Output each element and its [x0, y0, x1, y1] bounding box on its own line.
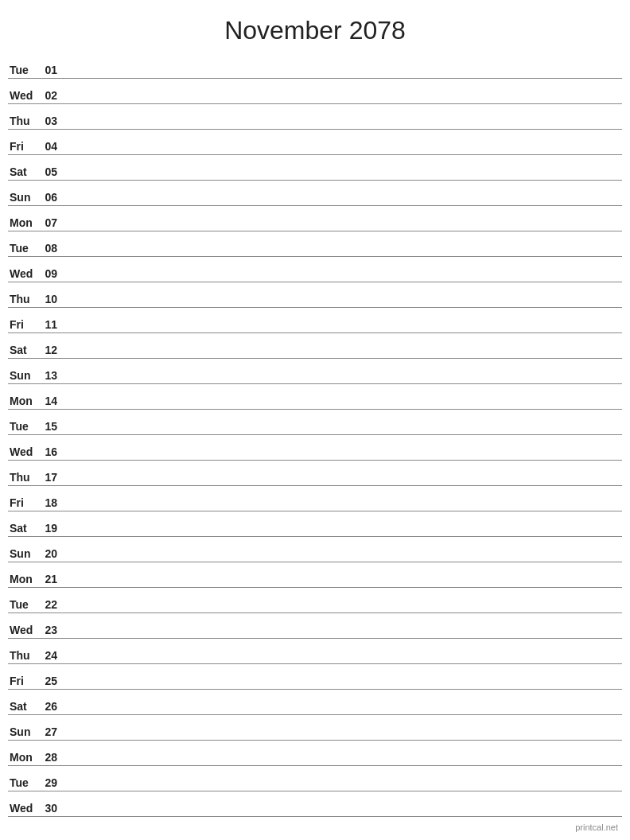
day-name: Tue [8, 242, 40, 255]
day-name: Thu [8, 471, 40, 484]
day-number: 03 [40, 115, 64, 127]
day-name: Tue [8, 776, 40, 789]
calendar-row: Sat19 [8, 511, 622, 537]
footer-text: printcal.net [575, 822, 618, 832]
day-name: Fri [8, 496, 40, 509]
day-name: Thu [8, 293, 40, 305]
day-number: 01 [40, 64, 64, 76]
calendar-row: Wed09 [8, 257, 622, 282]
calendar-row: Wed23 [8, 613, 622, 639]
calendar-row: Sat26 [8, 690, 622, 715]
calendar-row: Sun27 [8, 715, 622, 741]
day-number: 08 [40, 242, 64, 255]
day-number: 20 [40, 547, 64, 560]
day-name: Sun [8, 725, 40, 738]
calendar-row: Tue01 [8, 53, 622, 79]
day-number: 25 [40, 675, 64, 687]
day-number: 30 [40, 802, 64, 815]
day-number: 27 [40, 725, 64, 738]
calendar-row: Thu03 [8, 104, 622, 130]
calendar-row: Tue22 [8, 588, 622, 613]
calendar-row: Sun06 [8, 181, 622, 206]
day-name: Fri [8, 318, 40, 331]
calendar-row: Thu10 [8, 282, 622, 308]
calendar-container: Tue01Wed02Thu03Fri04Sat05Sun06Mon07Tue08… [0, 53, 630, 817]
calendar-row: Thu24 [8, 639, 622, 664]
calendar-row: Mon14 [8, 384, 622, 410]
day-number: 29 [40, 776, 64, 789]
calendar-row: Mon07 [8, 206, 622, 231]
calendar-row: Fri18 [8, 486, 622, 511]
calendar-row: Sun13 [8, 359, 622, 384]
day-name: Sat [8, 344, 40, 356]
calendar-row: Wed02 [8, 79, 622, 104]
calendar-row: Fri11 [8, 308, 622, 333]
day-number: 17 [40, 471, 64, 484]
day-number: 07 [40, 216, 64, 229]
page-title: November 2078 [0, 0, 630, 53]
day-number: 13 [40, 369, 64, 382]
day-number: 15 [40, 420, 64, 433]
day-name: Sat [8, 522, 40, 535]
calendar-row: Fri25 [8, 664, 622, 690]
day-name: Fri [8, 675, 40, 687]
day-number: 28 [40, 751, 64, 764]
day-name: Wed [8, 802, 40, 815]
day-number: 09 [40, 267, 64, 280]
day-name: Mon [8, 395, 40, 407]
day-name: Sat [8, 165, 40, 178]
day-name: Wed [8, 267, 40, 280]
day-name: Wed [8, 89, 40, 102]
day-name: Sat [8, 700, 40, 713]
day-number: 11 [40, 318, 64, 331]
calendar-row: Wed16 [8, 435, 622, 461]
day-name: Wed [8, 624, 40, 636]
day-name: Sun [8, 191, 40, 204]
calendar-row: Sun20 [8, 537, 622, 562]
day-name: Tue [8, 420, 40, 433]
day-name: Thu [8, 649, 40, 662]
day-number: 12 [40, 344, 64, 356]
day-number: 16 [40, 445, 64, 458]
day-number: 22 [40, 598, 64, 611]
day-name: Thu [8, 115, 40, 127]
day-number: 18 [40, 496, 64, 509]
day-number: 24 [40, 649, 64, 662]
calendar-row: Tue29 [8, 766, 622, 791]
calendar-row: Sat05 [8, 155, 622, 181]
day-name: Sun [8, 547, 40, 560]
day-name: Mon [8, 573, 40, 585]
calendar-row: Fri04 [8, 130, 622, 155]
day-number: 10 [40, 293, 64, 305]
day-number: 06 [40, 191, 64, 204]
day-number: 05 [40, 165, 64, 178]
day-name: Fri [8, 140, 40, 153]
calendar-row: Mon28 [8, 741, 622, 766]
calendar-row: Tue15 [8, 410, 622, 435]
day-number: 14 [40, 395, 64, 407]
day-name: Tue [8, 64, 40, 76]
day-name: Mon [8, 216, 40, 229]
calendar-row: Mon21 [8, 562, 622, 588]
calendar-row: Thu17 [8, 461, 622, 486]
day-number: 21 [40, 573, 64, 585]
day-name: Mon [8, 751, 40, 764]
calendar-row: Tue08 [8, 231, 622, 257]
calendar-row: Sat12 [8, 333, 622, 359]
day-name: Wed [8, 445, 40, 458]
day-number: 04 [40, 140, 64, 153]
day-number: 23 [40, 624, 64, 636]
day-name: Tue [8, 598, 40, 611]
day-number: 02 [40, 89, 64, 102]
day-number: 19 [40, 522, 64, 535]
day-number: 26 [40, 700, 64, 713]
calendar-row: Wed30 [8, 791, 622, 817]
day-name: Sun [8, 369, 40, 382]
